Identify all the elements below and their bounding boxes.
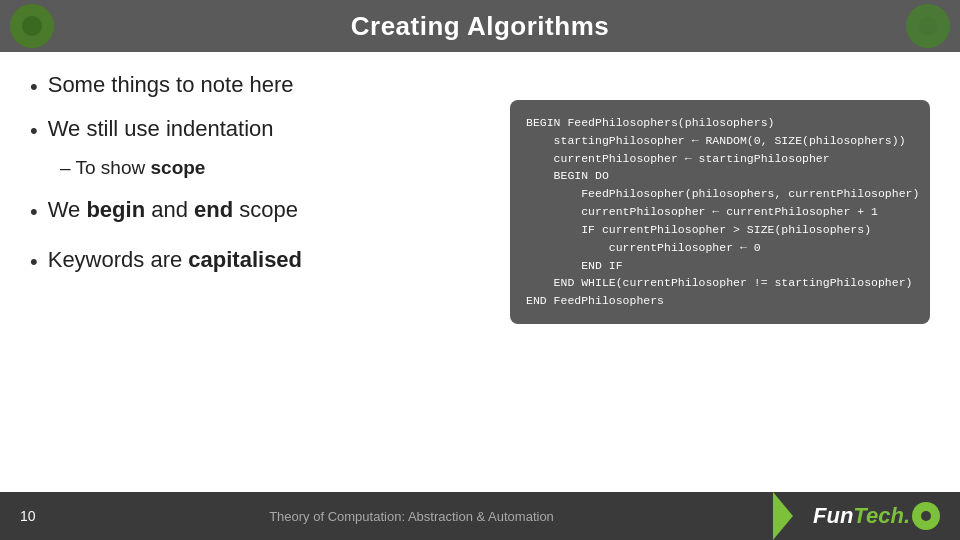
- capitalised-keyword: capitalised: [188, 247, 302, 272]
- header-decor-left: [10, 4, 54, 48]
- bullet-dot-1: •: [30, 72, 38, 102]
- sub-bullet-2-bold: scope: [151, 157, 206, 178]
- page-number: 10: [20, 508, 50, 524]
- code-block: BEGIN FeedPhilosophers(philosophers) sta…: [510, 100, 930, 324]
- bullet-text-1: Some things to note here: [48, 70, 294, 100]
- header-decor-left-inner: [22, 16, 42, 36]
- logo-tech-text: Tech: [853, 503, 904, 529]
- funtech-logo: Fun Tech .: [813, 502, 940, 530]
- bullet-item-1: • Some things to note here: [30, 70, 490, 102]
- slide-title: Creating Algorithms: [351, 11, 609, 42]
- logo-circle: [912, 502, 940, 530]
- footer-bar: 10 Theory of Computation: Abstraction & …: [0, 492, 960, 540]
- bullet-dot-4: •: [30, 247, 38, 277]
- logo-suffix: .: [904, 503, 910, 529]
- code-content: BEGIN FeedPhilosophers(philosophers) sta…: [526, 114, 914, 310]
- left-column: • Some things to note here • We still us…: [30, 70, 490, 482]
- bullet-group-2: • We still use indentation To show scope: [30, 114, 490, 188]
- bullet-item-4: • Keywords are capitalised: [30, 245, 490, 277]
- bullet-dot-3: •: [30, 197, 38, 227]
- sub-bullet-2: To show scope: [60, 157, 490, 179]
- header-decor-right: [906, 4, 950, 48]
- logo-fun-text: Fun: [813, 503, 853, 529]
- footer-center-text: Theory of Computation: Abstraction & Aut…: [50, 509, 773, 524]
- main-content: • Some things to note here • We still us…: [0, 52, 960, 492]
- header-bar: Creating Algorithms: [0, 0, 960, 52]
- header-decor-right-inner: [918, 16, 938, 36]
- bullet-item-2: • We still use indentation: [30, 114, 490, 146]
- bullet-item-3: • We begin and end scope: [30, 195, 490, 227]
- bullet-text-3: We begin and end scope: [48, 195, 298, 225]
- footer-chevron-icon: [773, 492, 793, 540]
- begin-keyword: begin: [86, 197, 145, 222]
- bullet-text-2: We still use indentation: [48, 114, 274, 144]
- logo-circle-inner: [921, 511, 931, 521]
- bullet-dot-2: •: [30, 116, 38, 146]
- end-keyword: end: [194, 197, 233, 222]
- bullet-text-4: Keywords are capitalised: [48, 245, 302, 275]
